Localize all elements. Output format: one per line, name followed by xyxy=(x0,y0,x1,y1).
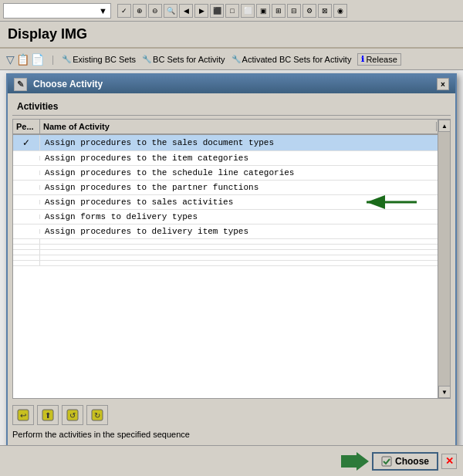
row-name-cell xyxy=(40,261,450,265)
sap-top-toolbar: ▼ ✓ ⊕ ⊖ 🔍 ◀ ▶ ⬛ □ ⬜ ▣ ⊞ ⊟ ⚙ ⊠ ◉ xyxy=(0,0,463,22)
toolbar-icon-15[interactable]: ◉ xyxy=(333,4,347,18)
page-title-bar: Display IMG xyxy=(0,22,463,49)
navigation-arrow-icon xyxy=(341,452,369,471)
table-row[interactable] xyxy=(13,239,450,245)
activated-bc-btn[interactable]: 🔧 Activated BC Sets for Activity xyxy=(231,55,352,64)
toolbar-icon-14[interactable]: ⊠ xyxy=(318,4,332,18)
release-btn[interactable]: ℹ Release xyxy=(357,53,400,66)
table-row[interactable] xyxy=(13,245,450,250)
svg-rect-13 xyxy=(382,457,391,466)
col-pe-header: Pe... xyxy=(13,120,40,133)
toolbar-icon-4[interactable]: 🔍 xyxy=(164,4,177,18)
row-pe-cell xyxy=(13,170,40,175)
row-name-cell xyxy=(40,245,450,249)
modal-title-text: Choose Activity xyxy=(33,79,103,89)
row-name-cell xyxy=(40,250,450,255)
row-pe-cell xyxy=(13,250,40,255)
row-pe-cell xyxy=(13,156,40,160)
table-row[interactable]: Assign forms to delivery types xyxy=(13,210,450,224)
table-row[interactable] xyxy=(13,261,450,266)
table-row[interactable]: Assign procedures to the schedule line c… xyxy=(13,166,450,181)
col-name-header: Name of Activity xyxy=(40,120,436,133)
toolbar-icon-11[interactable]: ⊞ xyxy=(272,4,286,18)
choose-activity-dialog: ✎ Choose Activity × Activities Pe... Nam… xyxy=(6,73,457,451)
row-name-cell: Assign procedures to the schedule line c… xyxy=(40,166,450,180)
bc-activity-btn[interactable]: 🔧 BC Sets for Activity xyxy=(142,55,225,64)
toolbar-icon-7[interactable]: ⬛ xyxy=(210,4,224,18)
svg-text:↻: ↻ xyxy=(94,411,100,420)
modal-title: ✎ Choose Activity xyxy=(14,78,103,91)
toolbar-icon-9[interactable]: ⬜ xyxy=(241,4,255,18)
row-name-cell: Assign procedures to the item categories xyxy=(40,151,450,165)
toolbar-icons: ✓ ⊕ ⊖ 🔍 ◀ ▶ ⬛ □ ⬜ ▣ ⊞ ⊟ ⚙ ⊠ ◉ xyxy=(117,4,347,18)
row-name-cell: Assign procedures to delivery item types xyxy=(40,224,450,238)
row-name-cell xyxy=(40,255,450,260)
table-rows-container: ✓Assign procedures to the sales document… xyxy=(13,135,450,393)
page-title: Display IMG xyxy=(8,26,87,42)
table-header: Pe... Name of Activity xyxy=(13,120,450,135)
cancel-button[interactable]: ✕ xyxy=(441,454,457,469)
row-name-cell: Assign procedures to the partner functio… xyxy=(40,181,450,194)
modal-icon: ✎ xyxy=(14,78,27,91)
toolbar-icon-6[interactable]: ▶ xyxy=(194,4,208,18)
row-name-cell: Assign forms to delivery types xyxy=(40,210,450,224)
row-pe-cell xyxy=(13,200,40,204)
table-row[interactable]: Assign procedures to the partner functio… xyxy=(13,181,450,195)
row-pe-cell xyxy=(13,229,40,234)
table-scrollbar[interactable]: ▲ ▼ xyxy=(438,120,450,398)
icon-btn-1[interactable]: ↩ xyxy=(12,405,34,425)
row-name-cell: Assign procedures to the sales document … xyxy=(40,136,450,150)
activities-section-header: Activities xyxy=(12,98,451,116)
toolbar-icon-12[interactable]: ⊟ xyxy=(287,4,301,18)
dropdown-arrow-icon: ▼ xyxy=(99,6,107,15)
cancel-icon: ✕ xyxy=(445,455,454,467)
toolbar-icon-10[interactable]: ▣ xyxy=(256,4,270,18)
scroll-track xyxy=(438,132,450,386)
toolbar-icon-5[interactable]: ◀ xyxy=(179,4,193,18)
row-pe-cell xyxy=(13,239,40,244)
modal-close-button[interactable]: × xyxy=(437,78,449,90)
choose-button[interactable]: Choose xyxy=(372,452,438,471)
modal-body: Activities Pe... Name of Activity ✓Assig… xyxy=(8,93,455,450)
row-pe-cell xyxy=(13,261,40,265)
toolbar-icon-2[interactable]: ⊕ xyxy=(133,4,147,18)
row-pe-cell xyxy=(13,214,40,219)
table-row[interactable]: Assign procedures to delivery item types xyxy=(13,224,450,239)
modal-titlebar: ✎ Choose Activity × xyxy=(8,75,455,93)
row-name-cell xyxy=(40,239,450,244)
svg-text:⬆: ⬆ xyxy=(45,411,51,420)
icon-btn-3[interactable]: ↺ xyxy=(62,405,83,425)
toolbar-icon-8[interactable]: □ xyxy=(225,4,239,18)
row-name-cell: Assign procedures to sales activities xyxy=(40,195,450,209)
toolbar-icon-13[interactable]: ⚙ xyxy=(302,4,316,18)
main-dropdown[interactable]: ▼ xyxy=(3,3,111,19)
scroll-up-btn[interactable]: ▲ xyxy=(438,120,451,132)
bottom-icons-bar: ↩ ⬆ ↺ ↻ xyxy=(12,399,451,428)
existing-bc-btn[interactable]: 🔧 Existing BC Sets xyxy=(62,55,136,64)
row-pe-cell: ✓ xyxy=(13,135,40,150)
choose-icon xyxy=(381,456,392,467)
row-pe-cell xyxy=(13,255,40,260)
choose-label: Choose xyxy=(395,456,429,467)
toolbar-icon-3[interactable]: ⊖ xyxy=(148,4,162,18)
table-row[interactable] xyxy=(13,250,450,255)
table-row[interactable]: Assign procedures to sales activities xyxy=(13,195,450,210)
icon-btn-4[interactable]: ↻ xyxy=(86,405,108,425)
icon-btn-2[interactable]: ⬆ xyxy=(37,405,59,425)
table-row[interactable]: Assign procedures to the item categories xyxy=(13,151,450,166)
svg-text:↺: ↺ xyxy=(69,411,76,420)
table-row[interactable]: ✓Assign procedures to the sales document… xyxy=(13,135,450,151)
svg-text:↩: ↩ xyxy=(20,411,26,420)
bottom-bar: Choose ✕ xyxy=(0,445,463,476)
scroll-down-btn[interactable]: ▼ xyxy=(438,386,451,398)
toolbar-icon-1[interactable]: ✓ xyxy=(117,4,131,18)
table-row[interactable] xyxy=(13,255,450,261)
toolbar-icon-set1: ▽ 📋 📄 xyxy=(6,53,44,66)
second-toolbar: ▽ 📋 📄 | 🔧 Existing BC Sets 🔧 BC Sets for… xyxy=(0,49,463,70)
status-text: Perform the activities in the specified … xyxy=(12,428,451,445)
row-pe-cell xyxy=(13,185,40,190)
row-pe-cell xyxy=(13,245,40,249)
svg-marker-12 xyxy=(341,452,369,471)
activities-table: Pe... Name of Activity ✓Assign procedure… xyxy=(12,119,451,399)
